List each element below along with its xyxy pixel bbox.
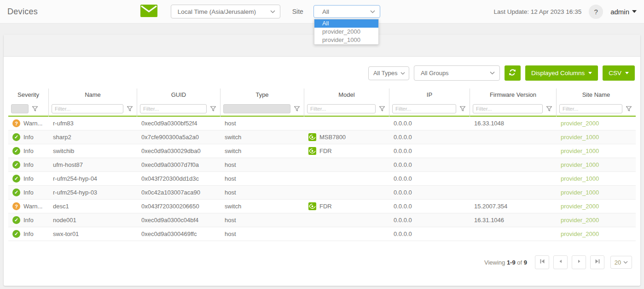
help-button[interactable]: ?	[589, 5, 603, 19]
viewing-range: 1-9	[507, 259, 516, 266]
type-cell: switch	[220, 147, 304, 154]
nvidia-logo-icon	[308, 202, 316, 210]
name-cell: swx-tor01	[49, 230, 137, 237]
site-label: Site	[292, 8, 303, 15]
table-row[interactable]: ✓Infor-ufm254-hyp-040x043f720300dd1d3cho…	[8, 172, 636, 186]
column-header-type[interactable]: Type	[220, 88, 304, 101]
chevron-down-icon	[490, 71, 495, 75]
severity-cell: ✓Info	[8, 216, 49, 224]
guid-cell: 0xec0d9a0300bf52f4	[137, 120, 220, 127]
nvidia-logo-icon	[308, 147, 316, 155]
guid-cell: 0xec0d9a030029dba0	[137, 147, 220, 154]
severity-cell: ✓Info	[8, 175, 49, 183]
ip-cell: 0.0.0.0	[389, 203, 470, 210]
column-header-guid[interactable]: GUID	[137, 88, 220, 101]
page-size-value: 20	[615, 259, 621, 266]
first-page-button[interactable]	[535, 255, 549, 269]
model-filter-input[interactable]	[307, 104, 376, 113]
column-header-severity[interactable]: Severity	[8, 88, 49, 101]
displayed-columns-button[interactable]: Displayed Columns	[525, 65, 598, 81]
chevron-down-icon	[400, 72, 405, 75]
site-option-provider-2000[interactable]: provider_2000	[314, 28, 378, 36]
firmware-filter-input[interactable]	[473, 104, 543, 113]
mail-button[interactable]	[140, 5, 158, 18]
funnel-icon[interactable]	[210, 106, 216, 112]
guid-cell: 0xec0d9a0300469ffc	[137, 230, 220, 237]
ip-filter-input[interactable]	[392, 104, 456, 113]
groups-filter-value: All Groups	[421, 70, 449, 77]
table-row[interactable]: ?Warn...desc10x043f720300206650switchFDR…	[8, 200, 636, 213]
severity-cell: ✓Info	[8, 230, 49, 238]
table-row[interactable]: ✓Infoswitchib0xec0d9a030029dba0switchFDR…	[8, 144, 636, 158]
site-filter-input[interactable]	[559, 104, 622, 113]
last-page-button[interactable]	[590, 255, 604, 269]
site-name-cell: provider_2000	[557, 203, 636, 210]
viewing-total: 9	[524, 259, 527, 266]
name-filter-input[interactable]	[52, 104, 123, 113]
previous-page-button[interactable]	[553, 255, 568, 269]
ip-cell: 0.0.0.0	[389, 120, 470, 127]
column-header-firmware[interactable]: Firmware Version	[470, 88, 557, 101]
ip-cell: 0.0.0.0	[389, 147, 470, 154]
types-filter-select[interactable]: All Types	[368, 66, 409, 80]
pagination-bar: Viewing 1-9 of 9 20	[8, 255, 636, 269]
column-header-model[interactable]: Model	[304, 88, 389, 101]
username-label: admin	[610, 8, 629, 16]
info-icon: ✓	[12, 230, 20, 238]
table-row[interactable]: ✓Infonode0010xec0d9a0300c04bf4host0.0.0.…	[8, 213, 636, 227]
arrow-right-icon	[575, 258, 583, 267]
type-cell: host	[220, 189, 304, 196]
severity-label: Info	[23, 175, 34, 182]
name-cell: r-ufm254-hyp-03	[49, 189, 137, 196]
guid-cell: 0x043f720300206650	[137, 203, 220, 210]
column-header-ip[interactable]: IP	[389, 88, 470, 101]
arrow-left-icon	[557, 258, 564, 267]
funnel-icon[interactable]	[546, 106, 552, 112]
refresh-button[interactable]	[505, 65, 521, 81]
type-cell: host	[220, 120, 304, 127]
user-menu[interactable]: admin	[610, 8, 637, 16]
table-toolbar: All Types All Groups	[8, 65, 636, 81]
site-select[interactable]: All	[313, 5, 380, 18]
table-row[interactable]: ✓Infoufm-host870xec0d9a03007d7f0ahost0.0…	[8, 158, 636, 172]
csv-button[interactable]: CSV	[603, 65, 635, 81]
firmware-cell: 16.31.1046	[470, 217, 557, 224]
funnel-icon[interactable]	[294, 106, 300, 112]
groups-filter-select[interactable]: All Groups	[414, 65, 500, 81]
info-icon: ✓	[12, 189, 20, 196]
model-cell: FDR	[304, 147, 389, 155]
funnel-icon[interactable]	[626, 106, 632, 112]
refresh-icon	[508, 68, 516, 78]
column-header-site[interactable]: Site Name	[557, 88, 636, 101]
name-cell: desc1	[49, 203, 137, 210]
severity-label: Info	[23, 230, 34, 237]
site-name-cell: provider_1000	[557, 189, 636, 196]
guid-filter-input[interactable]	[140, 104, 207, 113]
timezone-select[interactable]: Local Time (Asia/Jerusalem)	[171, 5, 280, 18]
skip-to-first-icon	[539, 258, 546, 267]
chevron-down-icon	[370, 10, 375, 13]
next-page-button[interactable]	[572, 255, 586, 269]
info-icon: ✓	[12, 147, 20, 155]
funnel-icon[interactable]	[127, 106, 133, 112]
last-update-text: Last Update: 12 Apr 2023 16:35	[494, 8, 582, 15]
skip-to-last-icon	[594, 258, 601, 267]
column-header-name[interactable]: Name	[49, 88, 137, 101]
ip-cell: 0.0.0.0	[389, 230, 470, 237]
site-option-all[interactable]: All	[314, 19, 378, 28]
table-row[interactable]: ✓Infor-ufm254-hyp-030x0c42a103007aca90ho…	[8, 186, 636, 200]
funnel-icon[interactable]	[379, 106, 385, 112]
top-bar: Devices Local Time (Asia/Jerusalem) Site…	[0, 0, 644, 24]
site-option-provider-1000[interactable]: provider_1000	[314, 36, 378, 44]
type-filter-disabled	[223, 104, 290, 113]
page-size-select[interactable]: 20	[610, 256, 632, 269]
severity-label: Info	[23, 161, 34, 168]
viewing-summary: Viewing 1-9 of 9	[484, 259, 527, 266]
table-row[interactable]: ?Warn...r-ufm830xec0d9a0300bf52f4host0.0…	[8, 117, 636, 130]
funnel-icon[interactable]	[32, 106, 38, 112]
firmware-cell: 15.2007.354	[470, 203, 557, 210]
table-row[interactable]: ✓Infoswx-tor010xec0d9a0300469ffchost0.0.…	[8, 227, 636, 241]
funnel-icon[interactable]	[459, 106, 466, 112]
table-row[interactable]: ✓Infosharp20x7cfe900300a5a2a0switchMSB78…	[8, 130, 636, 144]
table-filter-row	[8, 101, 636, 117]
